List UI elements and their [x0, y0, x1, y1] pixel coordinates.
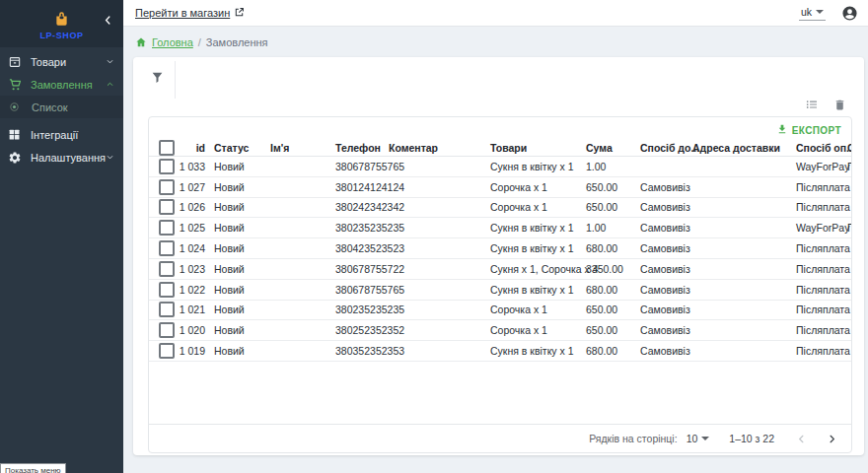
checkbox-cell	[149, 179, 176, 195]
widgets-icon	[8, 128, 31, 141]
row-checkbox[interactable]	[159, 302, 175, 317]
cell-9: Післяплата	[796, 201, 847, 213]
topbar: Перейти в магазин uk	[123, 0, 868, 27]
cell-6: 650.00	[586, 201, 640, 213]
column-header-5: Товари	[490, 142, 586, 154]
row-checkbox[interactable]	[159, 220, 175, 236]
cell-7: Самовивіз	[640, 222, 692, 234]
view-list-icon[interactable]	[805, 98, 819, 111]
language-select[interactable]: uk	[799, 6, 826, 21]
account-icon[interactable]	[841, 5, 858, 22]
sidebar-nav: Товари Замовлення Список	[0, 47, 123, 169]
sidebar-item-settings[interactable]: Налаштування	[0, 146, 123, 169]
cell-7: Самовивіз	[640, 284, 692, 296]
cell-6: 650.00	[586, 181, 640, 193]
cell-6: 680.00	[586, 242, 640, 254]
row-checkbox[interactable]	[159, 322, 175, 338]
go-to-store-link[interactable]: Перейти в магазин	[135, 7, 245, 20]
rows-per-page-select[interactable]: 10	[687, 433, 710, 444]
cell-3: 380678755765	[335, 161, 389, 172]
export-row: ЕКСПОРТ	[149, 117, 851, 140]
table-row[interactable]: 1 020Новий380252352352Сорочка x 1650.00С…	[149, 320, 851, 341]
orders-table-card: ЕКСПОРТ idСтатусІм'яТелефонКоментарТовар…	[148, 116, 852, 453]
pagination-next-button[interactable]	[827, 434, 837, 444]
table-row[interactable]: 1 022Новий380678755765Сукня в квітку x 1…	[149, 280, 851, 301]
sidebar-item-orders[interactable]: Замовлення	[0, 73, 123, 96]
trash-icon[interactable]	[833, 99, 846, 111]
logo-text: LP-SHOP	[39, 31, 83, 40]
cell-3: 380242342342	[335, 201, 389, 213]
cell-6: 650.00	[586, 304, 640, 315]
table-row[interactable]: 1 026Новий380242342342Сорочка x 1650.00С…	[149, 198, 851, 219]
column-header-7: Спосіб до...	[640, 142, 692, 154]
table-row[interactable]: 1 024Новий380423523523Сукня в квітку x 1…	[149, 238, 851, 259]
cell-7: Самовивіз	[640, 181, 692, 193]
cell-9: Післяплата	[796, 345, 847, 357]
export-button[interactable]: ЕКСПОРТ	[776, 123, 841, 137]
breadcrumb: Головна / Замовлення	[135, 36, 268, 48]
sidebar-item-products[interactable]: Товари	[0, 50, 123, 73]
row-checkbox[interactable]	[159, 179, 175, 195]
chevron-down-icon	[701, 437, 709, 440]
cell-9: Післяплата	[796, 242, 847, 254]
cell-1: Новий	[205, 222, 270, 234]
table-row[interactable]: 1 019Новий380352352353Сукня в квітку x 1…	[149, 341, 851, 362]
select-all-checkbox[interactable]	[159, 140, 175, 156]
cell-0: 1 027	[176, 181, 205, 193]
table-row[interactable]: 1 023Новий380678755722Сукня x 1, Сорочка…	[149, 259, 851, 280]
cell-5: Сукня в квітку x 1	[490, 222, 586, 234]
cell-6: 1.00	[586, 222, 640, 234]
cell-5: Сукня в квітку x 1	[490, 345, 586, 357]
cell-7: Самовивіз	[640, 345, 692, 357]
cell-6: 680.00	[586, 345, 640, 357]
sidebar-item-label: Налаштування	[31, 152, 106, 164]
cell-9: Післяплата	[796, 304, 847, 315]
checkbox-cell	[149, 261, 176, 277]
table-row[interactable]: 1 027Новий380124124124Сорочка x 1650.00С…	[149, 177, 851, 198]
cell-7: Самовивіз	[640, 304, 692, 315]
cell-5: Сорочка x 1	[490, 304, 586, 315]
table-footer: Рядків на сторінці: 10 1–10 з 22	[149, 424, 851, 452]
row-checkbox[interactable]	[159, 261, 175, 277]
sidebar-item-orders-list[interactable]: Список	[0, 96, 123, 118]
column-header-9: Спосіб оп...	[796, 142, 847, 154]
cell-0: 1 033	[176, 161, 205, 172]
cell-10: П...	[847, 161, 852, 172]
cell-5: Сукня x 1, Сорочка x 4	[490, 263, 586, 275]
table-tools	[805, 98, 846, 111]
cell-5: Сорочка x 1	[490, 324, 586, 336]
pagination-prev-button[interactable]	[796, 434, 807, 444]
table-row[interactable]: 1 033Новий380678755765Сукня в квітку x 1…	[149, 157, 851, 177]
table-row[interactable]: 1 021Новий380235235235Сорочка x 1650.00С…	[149, 301, 851, 321]
cell-3: 380235235235	[335, 222, 389, 234]
row-checkbox[interactable]	[159, 240, 175, 256]
row-checkbox[interactable]	[159, 159, 175, 174]
sidebar-collapse-button[interactable]	[100, 12, 115, 28]
cell-6: 1.00	[586, 161, 640, 172]
cell-3: 380235235235	[335, 304, 389, 315]
language-value: uk	[801, 6, 812, 18]
chevron-up-icon	[106, 80, 114, 89]
checkbox-cell	[149, 343, 176, 359]
gear-icon	[8, 151, 31, 165]
sidebar-item-integrations[interactable]: Інтеграції	[0, 123, 123, 146]
checkbox-cell	[149, 282, 176, 298]
admin-page: LP-SHOP Товари Замовлення	[0, 0, 868, 473]
filter-funnel-icon[interactable]	[150, 70, 165, 89]
cell-0: 1 021	[176, 304, 205, 315]
table-row[interactable]: 1 025Новий380235235235Сукня в квітку x 1…	[149, 218, 851, 238]
cell-7: Самовивіз	[640, 201, 692, 213]
export-label: ЕКСПОРТ	[792, 125, 841, 136]
row-checkbox[interactable]	[159, 282, 175, 298]
row-checkbox[interactable]	[159, 343, 175, 359]
cell-1: Новий	[205, 161, 270, 172]
cell-0: 1 022	[176, 284, 205, 296]
row-checkbox[interactable]	[159, 199, 175, 215]
cell-7: Самовивіз	[640, 242, 692, 254]
cell-3: 380252352352	[335, 324, 389, 336]
breadcrumb-home-link[interactable]: Головна	[152, 36, 193, 48]
download-icon	[776, 123, 788, 137]
column-header-10: С...	[847, 142, 852, 154]
cell-3: 380124124124	[335, 181, 389, 193]
checkbox-cell	[149, 159, 176, 174]
